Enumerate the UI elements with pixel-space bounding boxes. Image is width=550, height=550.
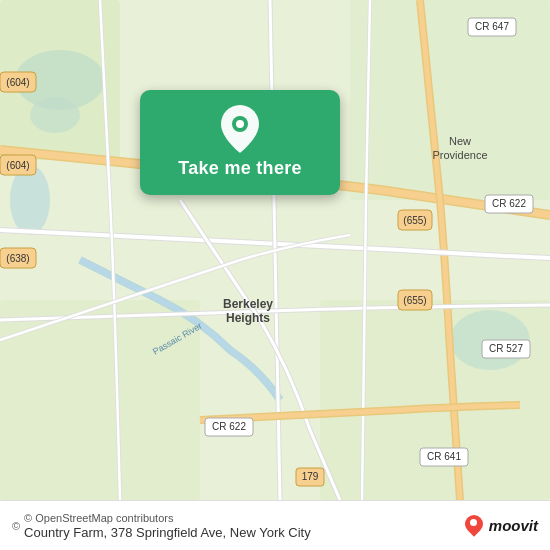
address-text: Country Farm, 378 Springfield Ave, New Y…	[24, 525, 311, 540]
svg-rect-8	[320, 300, 550, 500]
svg-text:Providence: Providence	[432, 149, 487, 161]
svg-text:(638): (638)	[6, 253, 29, 264]
moovit-logo: moovit	[463, 515, 538, 537]
map-container: CR 647 CR 622 CR 527 CR 641 CR 622 (655)…	[0, 0, 550, 500]
svg-text:(655): (655)	[403, 215, 426, 226]
svg-text:(604): (604)	[6, 77, 29, 88]
svg-text:New: New	[449, 135, 471, 147]
osm-credit: © OpenStreetMap contributors	[24, 512, 311, 524]
svg-text:CR 527: CR 527	[489, 343, 523, 354]
svg-text:CR 647: CR 647	[475, 21, 509, 32]
take-me-there-card[interactable]: Take me there	[140, 90, 340, 195]
svg-text:(604): (604)	[6, 160, 29, 171]
bottom-bar: © © OpenStreetMap contributors Country F…	[0, 500, 550, 550]
moovit-brand-text: moovit	[489, 517, 538, 534]
svg-text:Heights: Heights	[226, 311, 270, 325]
osm-icon: ©	[12, 520, 20, 532]
svg-text:179: 179	[302, 471, 319, 482]
svg-text:Berkeley: Berkeley	[223, 297, 273, 311]
svg-rect-6	[350, 0, 550, 200]
svg-point-37	[236, 120, 244, 128]
svg-text:CR 622: CR 622	[492, 198, 526, 209]
map-svg: CR 647 CR 622 CR 527 CR 641 CR 622 (655)…	[0, 0, 550, 500]
location-pin-icon	[219, 108, 261, 150]
moovit-pin-dot	[470, 519, 477, 526]
take-me-there-label: Take me there	[178, 158, 302, 179]
svg-text:CR 622: CR 622	[212, 421, 246, 432]
svg-text:CR 641: CR 641	[427, 451, 461, 462]
bottom-left-section: © © OpenStreetMap contributors Country F…	[12, 512, 311, 540]
svg-text:(655): (655)	[403, 295, 426, 306]
